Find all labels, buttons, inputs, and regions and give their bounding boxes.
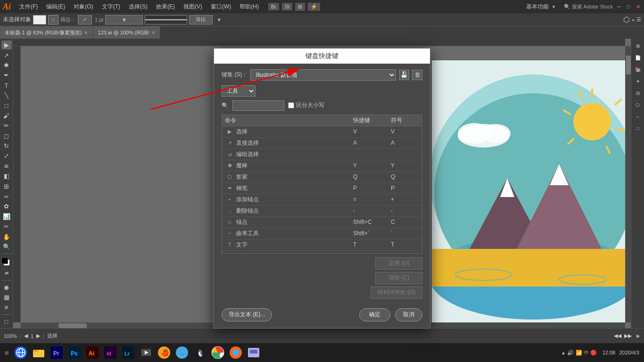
stroke-dropdown[interactable]: ▼ [105, 15, 143, 25]
start-area[interactable]: ⊞ [2, 344, 11, 361]
fill-color-swatch[interactable] [33, 15, 46, 25]
nav-next[interactable]: ▶ [36, 333, 40, 339]
panel-artboards[interactable]: □ [633, 123, 643, 133]
tool-pencil[interactable]: ✏ [1, 121, 12, 130]
tool-chart[interactable]: 📊 [1, 212, 12, 221]
menu-effect[interactable]: 效果(E) [152, 2, 179, 12]
workspace-dropdown[interactable]: ▼ [552, 4, 556, 9]
table-row[interactable]: ⬡ 套索 Q Q [222, 172, 422, 183]
table-row[interactable]: + 添加锚点 = + [222, 194, 422, 206]
arrange-icon[interactable]: ⬡ [623, 15, 630, 24]
stroke-checkbox[interactable]: ✓ [78, 15, 92, 25]
tool-zoom[interactable]: 🔍 [1, 242, 12, 251]
lightning-icon[interactable]: ⚡ [308, 3, 320, 11]
color-swatches[interactable] [1, 257, 12, 266]
save-keyset-btn[interactable]: 💾 [399, 70, 409, 80]
tool-symbol[interactable]: ✿ [1, 202, 12, 211]
tool-rotate[interactable]: ↻ [1, 141, 12, 150]
case-sensitive-label[interactable]: 区分大小写 [288, 101, 324, 109]
scrollbar-vertical[interactable] [625, 46, 631, 322]
category-select[interactable]: 工具 [222, 85, 256, 97]
tool-select[interactable]: ▶ [1, 41, 12, 49]
ratio-arrow[interactable]: ▼ [216, 17, 222, 23]
tab-123-close[interactable]: ✕ [151, 30, 155, 35]
ok-btn[interactable]: 确定 [359, 308, 390, 321]
panel-pathfinder[interactable]: ⬡ [633, 99, 643, 110]
menu-edit[interactable]: 编辑(E) [42, 2, 69, 12]
nav-end[interactable]: ▶▶ [624, 333, 632, 339]
stroke-icon[interactable]: □ [48, 15, 58, 25]
taskbar-icon-folder[interactable] [30, 344, 47, 361]
tool-scale[interactable]: ⤢ [1, 151, 12, 160]
panel-libraries[interactable]: 📚 [633, 64, 643, 74]
table-row[interactable]: ▶ 选择 V V [222, 126, 422, 138]
toolbar-more[interactable]: » [632, 17, 635, 23]
export-text-btn[interactable]: 导出文本 (E)... [222, 308, 272, 321]
close-button[interactable]: ✕ [635, 3, 641, 10]
panel-properties[interactable]: ⊞ [633, 41, 643, 51]
menu-object[interactable]: 对象(O) [70, 2, 97, 12]
bridge-icon[interactable]: Br [268, 3, 279, 10]
cancel-btn[interactable]: 取消 [395, 308, 422, 321]
delete-keyset-btn[interactable]: 🗑 [412, 70, 422, 80]
panel-transform[interactable]: ↔ [633, 111, 643, 122]
tool-gradient[interactable]: ◧ [1, 172, 12, 181]
tool-swap-colors[interactable]: ⇄ [1, 268, 12, 277]
table-row[interactable]: T 文字 T T [222, 239, 422, 251]
tool-direct-select[interactable]: ↗ [1, 50, 12, 59]
minimize-button[interactable]: ─ [616, 3, 622, 10]
tool-blend[interactable]: ∞ [1, 192, 12, 201]
toolbar-menu[interactable]: ☰ [636, 16, 641, 23]
taskbar-icon-id[interactable]: Id [102, 344, 119, 361]
menu-view[interactable]: 视图(V) [180, 2, 206, 12]
scrollbar-thumb-h[interactable] [58, 323, 87, 328]
workspace-label[interactable]: 基本功能 [526, 3, 549, 11]
menu-window[interactable]: 窗口(W) [207, 2, 235, 12]
menu-help[interactable]: 帮助(H) [236, 2, 263, 12]
tab-untitled[interactable]: 未标题-1 @ 83% (RGB/像素预览) ✕ [0, 26, 93, 39]
table-row[interactable]: ~ 曲率工具 Shift+` ` [222, 228, 422, 239]
tool-hand[interactable]: ✋ [1, 232, 12, 241]
case-sensitive-checkbox[interactable] [288, 102, 294, 108]
taskbar-icon-bird[interactable]: 🐦 [173, 344, 190, 361]
stock-icon[interactable]: St [282, 3, 292, 10]
table-row[interactable]: ↗ 直接选择 A A [222, 138, 422, 149]
taskbar-icon-ps[interactable]: Ps [66, 344, 83, 361]
tool-paintbrush[interactable]: 🖌 [1, 111, 12, 120]
tool-mesh[interactable]: ⊞ [1, 181, 12, 190]
tab-123[interactable]: 123.ai @ 100% (RGB/ ✕ [93, 26, 160, 39]
table-row[interactable]: - 删除锚点 - - [222, 206, 422, 217]
tool-warp[interactable]: ≋ [1, 162, 12, 171]
search-stock[interactable]: 🔍 搜索 Adobe Stock [564, 3, 613, 10]
table-row[interactable]: ✱ 魔棒 Y Y [222, 160, 422, 172]
panel-align[interactable]: ⊟ [633, 88, 643, 98]
tool-line[interactable]: ╲ [1, 91, 12, 100]
taskbar-icon-firefox[interactable] [227, 344, 244, 361]
tool-screen-mode[interactable]: □ [1, 317, 12, 326]
ratio-dropdown[interactable]: 等比 [189, 15, 213, 25]
keyset-select[interactable]: Illustrator 默认值 [250, 69, 396, 81]
tool-grad-mode[interactable]: ▦ [1, 293, 12, 302]
taskbar-icon-chrome[interactable] [209, 344, 226, 361]
taskbar-icon-penguin[interactable]: 🐧 [191, 344, 208, 361]
clear-btn[interactable]: 清除 (C) [375, 272, 422, 284]
tool-eraser[interactable]: ◻ [1, 132, 12, 140]
nav-start[interactable]: ◀◀ [614, 333, 621, 339]
taskbar-icon-pr[interactable]: Pr [48, 344, 65, 361]
taskbar-icon-lr[interactable]: Lr [120, 344, 137, 361]
taskbar-icon-disk[interactable] [245, 344, 262, 361]
tool-none[interactable]: ✕ [1, 303, 12, 312]
scrollbar-thumb-v[interactable] [626, 56, 631, 74]
tool-magic-wand[interactable]: ✱ [1, 61, 12, 70]
nav-prev[interactable]: ◀ [24, 333, 28, 339]
taskbar-icon-media[interactable] [138, 344, 155, 361]
table-row[interactable]: ⊿ 编组选择 [222, 149, 422, 160]
zoom-level[interactable]: 100% [4, 333, 17, 339]
table-row[interactable]: ✒ 钢笔 P P [222, 183, 422, 194]
menu-file[interactable]: 文件(F) [16, 2, 41, 12]
menu-select[interactable]: 选择(S) [125, 2, 151, 12]
tab-untitled-close[interactable]: ✕ [84, 30, 88, 35]
tool-color-mode[interactable]: ◉ [1, 283, 12, 292]
goto-conflict-btn[interactable]: 转到冲突处 (G) [371, 287, 422, 299]
tool-rect[interactable]: □ [1, 101, 12, 110]
